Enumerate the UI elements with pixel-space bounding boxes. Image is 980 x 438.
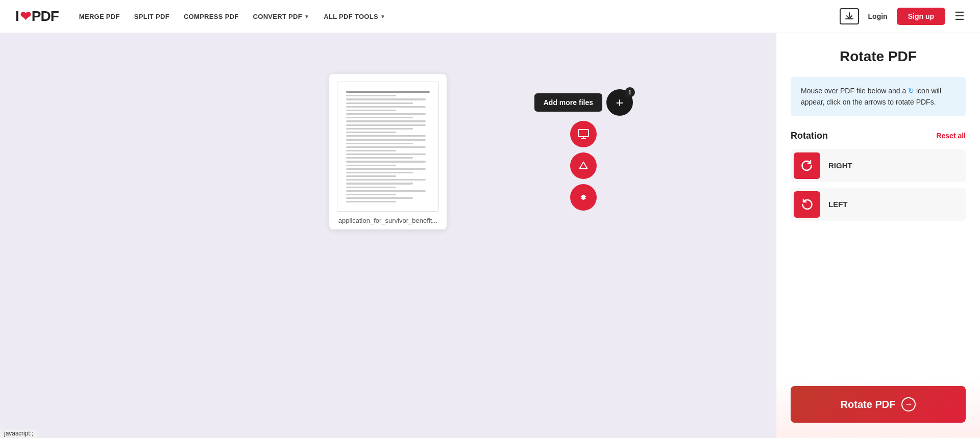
login-button[interactable]: Login [868,12,888,20]
monitor-icon [577,128,590,140]
pdf-line [346,179,426,181]
info-text: Mouse over PDF file below and a [801,87,906,95]
logo-i: I [15,8,19,24]
pdf-line [346,194,396,195]
header: I ❤ PDF MERGE PDF SPLIT PDF COMPRESS PDF… [0,0,980,33]
svg-rect-2 [578,130,589,137]
main-nav: MERGE PDF SPLIT PDF COMPRESS PDF CONVERT… [79,13,840,20]
pdf-line [346,128,413,130]
rotation-section: Rotation Reset all RIGHT [791,131,966,227]
plus-icon: + [616,95,623,111]
pdf-line [346,124,426,126]
pdf-line [346,201,396,202]
hamburger-menu-icon[interactable]: ☰ [954,10,965,23]
rotate-right-option: RIGHT [791,149,966,182]
download-app-button[interactable] [840,8,859,24]
sidebar-title: Rotate PDF [791,48,966,65]
pdf-line [346,143,413,144]
logo[interactable]: I ❤ PDF [15,8,59,24]
rotate-right-icon [800,159,814,172]
rotate-icon: ↻ [908,87,916,95]
signup-button[interactable]: Sign up [897,8,945,25]
add-more-files-button[interactable]: + 1 [606,89,633,116]
nav-convert-pdf[interactable]: CONVERT PDF ▼ [253,13,310,20]
dropbox-icon [578,192,589,203]
pdf-preview [337,82,439,212]
reset-all-button[interactable]: Reset all [936,132,966,140]
pdf-line [346,139,426,140]
header-right: Login Sign up ☰ [840,8,965,25]
pdf-line [346,106,426,108]
file-count-badge: 1 [625,87,635,97]
google-drive-icon [578,160,589,171]
upload-from-dropbox-button[interactable] [570,184,597,211]
pdf-line [346,187,396,188]
convert-pdf-arrow-icon: ▼ [304,14,309,19]
pdf-line [346,110,396,111]
add-more-files-tooltip: Add more files [534,93,602,112]
svg-rect-1 [849,12,850,17]
fab-add-container: Add more files + 1 [534,89,633,116]
logo-heart: ❤ [20,9,31,24]
pdf-line [346,172,413,173]
info-box: Mouse over PDF file below and a ↻ icon w… [791,77,966,116]
sidebar: Rotate PDF Mouse over PDF file below and… [776,33,980,438]
status-text: javascript:; [4,430,33,437]
rotate-left-icon [800,198,814,211]
nav-split-pdf[interactable]: SPLIT PDF [134,13,169,20]
pdf-line [346,98,426,100]
pdf-line [346,153,426,155]
pdf-line [346,132,396,133]
rotation-label: Rotation [791,131,828,141]
content-area: application_for_survivor_benefit... Add … [0,33,776,438]
pdf-line [346,175,396,177]
nav-merge-pdf[interactable]: MERGE PDF [79,13,120,20]
pdf-line [346,102,413,104]
logo-pdf: PDF [32,8,59,24]
pdf-card[interactable]: application_for_survivor_benefit... [329,74,447,229]
main-layout: application_for_survivor_benefit... Add … [0,33,980,438]
nav-all-pdf-tools[interactable]: ALL PDF TOOLS ▼ [324,13,385,20]
rotate-left-option: LEFT [791,188,966,221]
upload-from-drive-button[interactable] [570,152,597,179]
pdf-line [346,117,413,118]
pdf-content-preview [342,86,434,208]
pdf-line [346,120,426,122]
pdf-line [346,165,396,166]
pdf-filename: application_for_survivor_benefit... [338,217,437,224]
pdf-line [346,146,426,148]
upload-from-computer-button[interactable] [570,121,597,147]
rotate-right-label: RIGHT [828,161,852,170]
rotation-header: Rotation Reset all [791,131,966,141]
pdf-line [346,135,426,137]
pdf-line [346,190,426,192]
pdf-line [346,113,426,115]
rotate-left-button[interactable] [794,191,820,218]
nav-compress-pdf[interactable]: COMPRESS PDF [184,13,239,20]
rotate-pdf-arrow-icon: → [901,397,916,411]
all-tools-arrow-icon: ▼ [380,14,385,19]
pdf-line [346,95,396,96]
pdf-line [346,197,413,199]
rotate-pdf-button-label: Rotate PDF [841,399,896,410]
pdf-line [346,183,413,184]
pdf-line [346,157,413,159]
rotate-right-button[interactable] [794,152,820,179]
rotate-left-label: LEFT [828,200,848,209]
pdf-line [346,91,430,93]
status-bar: javascript:; [0,429,37,438]
pdf-line [346,168,426,170]
pdf-line [346,161,426,162]
fab-group: Add more files + 1 [534,89,633,211]
pdf-line [346,150,396,151]
rotate-pdf-button[interactable]: Rotate PDF → [791,386,966,423]
